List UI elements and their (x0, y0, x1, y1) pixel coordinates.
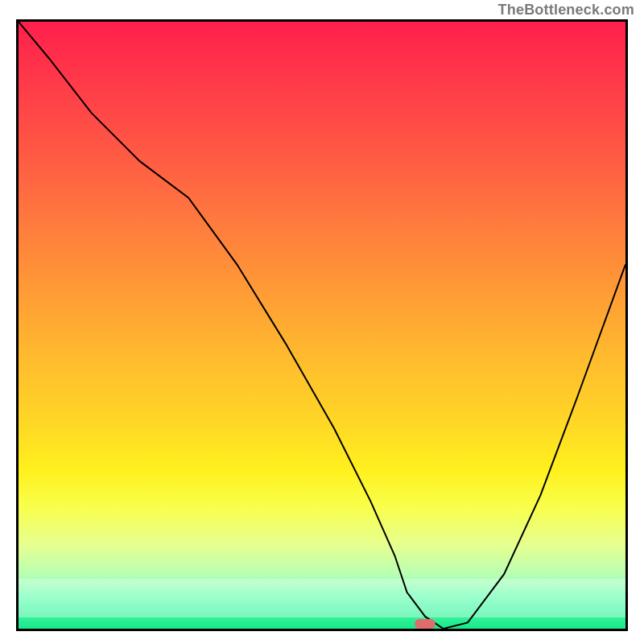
bottleneck-curve (19, 22, 625, 629)
chart-stage: TheBottleneck.com (0, 0, 644, 644)
sweet-spot-marker (415, 619, 436, 629)
curve-path (19, 22, 625, 629)
plot-area (16, 19, 628, 631)
plot-container (16, 19, 628, 631)
attribution-label: TheBottleneck.com (498, 2, 634, 19)
